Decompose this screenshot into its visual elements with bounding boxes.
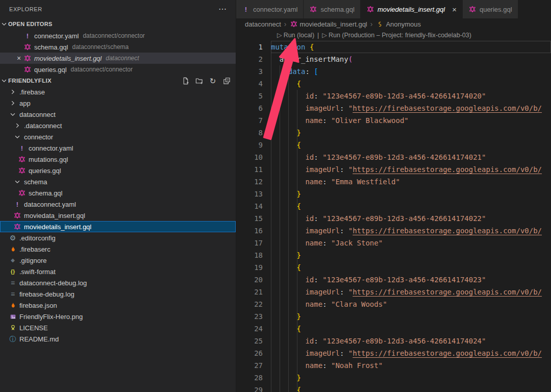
- code-line: 21 imageUrl: "https://firebasestorage.go…: [236, 286, 551, 298]
- line-number: 18: [236, 249, 271, 261]
- tab-connector.yaml[interactable]: !connector.yaml: [236, 0, 304, 18]
- license-icon: [9, 324, 17, 331]
- open-editors-header[interactable]: OPEN EDITORS: [0, 18, 236, 30]
- tree-folder-.firebase[interactable]: .firebase: [0, 86, 236, 97]
- file-icon-slot: [9, 324, 17, 331]
- breadcrumb-separator: ›: [284, 20, 287, 28]
- graphql-icon: [18, 189, 26, 197]
- open-editor-item[interactable]: schema.gqldataconnect/schema: [0, 41, 236, 53]
- line-text: }: [271, 372, 551, 384]
- chevron-down-icon: [13, 178, 21, 185]
- tree-folder-app[interactable]: app: [0, 97, 236, 109]
- close-icon[interactable]: ×: [452, 6, 457, 13]
- workspace-header[interactable]: FRIENDLYFLIX ↻: [0, 75, 236, 86]
- open-editor-item[interactable]: !connector.yamldataconnect/connector: [0, 30, 236, 41]
- code-line: 8 }: [236, 127, 551, 139]
- tree-file-LICENSE[interactable]: LICENSE: [0, 322, 236, 333]
- file-icon-slot: ≡: [9, 290, 17, 298]
- run-production-link[interactable]: ▷ Run (Production – Project: friendly-fl…: [322, 32, 471, 39]
- line-text: name: "Emma Westfield": [271, 176, 551, 188]
- code-line: 7 name: "Oliver Blackwood": [236, 114, 551, 127]
- tree-file-firebase.json[interactable]: firebase.json: [0, 300, 236, 311]
- file-icon-slot: [13, 223, 21, 230]
- graphql-icon: [13, 223, 21, 230]
- tree-file-firebase-debug.log[interactable]: ≡firebase-debug.log: [0, 288, 236, 300]
- line-text: }: [271, 188, 551, 200]
- run-local-link[interactable]: ▷ Run (local): [277, 32, 314, 39]
- tree-folder-connector[interactable]: connector: [0, 131, 236, 142]
- tree-folder-dataconnect[interactable]: dataconnect: [0, 109, 236, 120]
- line-text: {: [271, 384, 551, 392]
- open-editor-label: schema.gql: [34, 43, 68, 51]
- breadcrumb-label: dataconnect: [245, 20, 281, 28]
- tree-file-mutations.gql[interactable]: mutations.gql: [0, 154, 236, 165]
- tab-moviedetails_insert.gql[interactable]: moviedetails_insert.gql×: [361, 0, 463, 18]
- line-text: {: [271, 323, 551, 335]
- tree-file-.firebaserc[interactable]: .firebaserc: [0, 243, 236, 255]
- tab-label: moviedetails_insert.gql: [378, 6, 445, 13]
- line-text: mutation {: [271, 41, 551, 53]
- code-line: 29 {: [236, 384, 551, 392]
- code-line: 9 {: [236, 139, 551, 151]
- code-line: 24 {: [236, 323, 551, 335]
- run-production-label: Run (Production – Project: friendly-flix…: [329, 32, 471, 39]
- tree-file-.swift-format[interactable]: {}.swift-format: [0, 266, 236, 277]
- tree-file-.gitignore[interactable]: ◆.gitignore: [0, 255, 236, 266]
- refresh-button[interactable]: ↻: [208, 76, 218, 86]
- code-area[interactable]: 1mutation {2 actor_insertMany(3 data: [4…: [236, 41, 551, 392]
- tree-file-.editorconfig[interactable]: ⚙.editorconfig: [0, 232, 236, 243]
- line-number: 27: [236, 359, 271, 372]
- code-line: 19 {: [236, 261, 551, 274]
- tree-file-schema.gql[interactable]: schema.gql: [0, 187, 236, 199]
- chevron-down-icon: [13, 133, 21, 140]
- tree-file-moviedata_insert.gql[interactable]: moviedata_insert.gql: [0, 210, 236, 221]
- collapse-all-button[interactable]: [221, 76, 232, 86]
- tree-item-label: LICENSE: [19, 324, 48, 332]
- line-text: imageUrl: "https://firebasestorage.googl…: [271, 225, 551, 237]
- line-text: imageUrl: "https://firebasestorage.googl…: [271, 347, 551, 359]
- tree-file-queries.gql[interactable]: queries.gql: [0, 165, 236, 176]
- more-actions-icon[interactable]: ⋯: [218, 4, 227, 14]
- tree-file-dataconnect.yaml[interactable]: !dataconnect.yaml: [0, 199, 236, 210]
- line-number: 21: [236, 286, 271, 298]
- breadcrumb-segment[interactable]: moviedetails_insert.gql: [290, 20, 367, 28]
- tab-queries.gql[interactable]: queries.gql: [463, 0, 518, 18]
- tree-file-dataconnect-debug.log[interactable]: ≡dataconnect-debug.log: [0, 277, 236, 288]
- line-text: name: "Clara Woods": [271, 298, 551, 310]
- tree-file-connector.yaml[interactable]: !connector.yaml: [0, 142, 236, 154]
- tree-file-README.md[interactable]: ⓘREADME.md: [0, 333, 236, 345]
- line-number: 5: [236, 90, 271, 102]
- open-editor-description: dataconnect/connector: [71, 66, 133, 73]
- explorer-header: EXPLORER ⋯: [0, 0, 236, 18]
- code-line: 23 }: [236, 310, 551, 323]
- line-number: 12: [236, 176, 271, 188]
- tree-folder-schema[interactable]: schema: [0, 176, 236, 187]
- line-text: {: [271, 200, 551, 212]
- graphql-icon: [18, 156, 26, 163]
- breadcrumb-segment[interactable]: dataconnect: [245, 20, 281, 28]
- yaml-icon: !: [23, 33, 32, 39]
- tab-schema.gql[interactable]: schema.gql: [304, 0, 360, 18]
- line-number: 11: [236, 163, 271, 176]
- line-text: {: [271, 139, 551, 151]
- file-icon-slot: [18, 189, 26, 197]
- chevron-down-icon: [0, 20, 8, 28]
- tree-file-moviedetails_insert.gql[interactable]: moviedetails_insert.gql: [0, 221, 236, 232]
- log-icon: ≡: [9, 279, 17, 286]
- open-editor-item[interactable]: ×moviedetails_insert.gqldataconnect: [0, 53, 236, 64]
- new-folder-button[interactable]: [194, 76, 204, 86]
- close-editor-icon[interactable]: ×: [14, 54, 23, 62]
- graphql-icon: [18, 167, 26, 174]
- file-icon-slot: [18, 156, 26, 163]
- breadcrumb-separator: ›: [370, 20, 373, 28]
- new-file-button[interactable]: [180, 76, 190, 86]
- tree-folder-.dataconnect[interactable]: .dataconnect: [0, 120, 236, 131]
- tab-label: queries.gql: [480, 6, 512, 13]
- open-editor-item[interactable]: queries.gqldataconnect/connector: [0, 64, 236, 75]
- breadcrumb-segment[interactable]: Anonymous: [375, 20, 421, 28]
- graphql-icon: [468, 6, 477, 13]
- refresh-icon: ↻: [209, 77, 217, 85]
- line-number: 20: [236, 274, 271, 286]
- tree-file-FriendlyFlix-Hero.png[interactable]: FriendlyFlix-Hero.png: [0, 311, 236, 322]
- line-text: }: [271, 127, 551, 139]
